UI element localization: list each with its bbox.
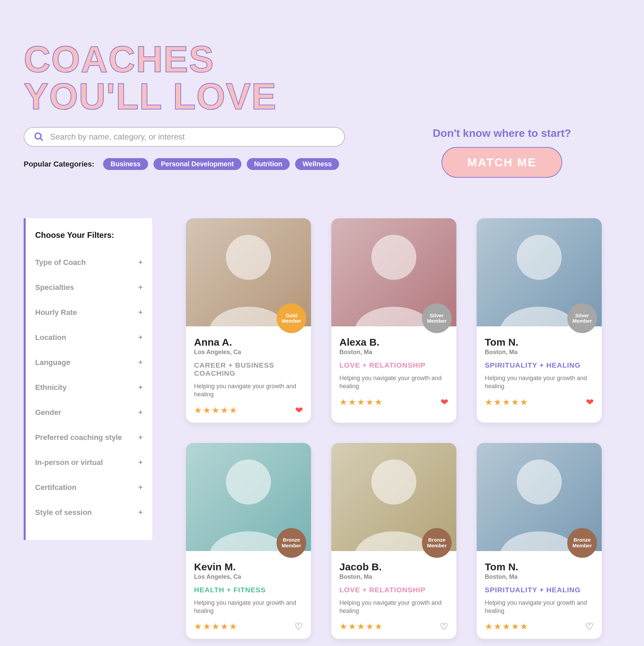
coach-category: CAREER + BUSINESS COACHING: [194, 361, 303, 377]
filters-list: Type of Coach+Specialties+Hourly Rate+Lo…: [35, 250, 143, 525]
filter-label: Location: [35, 333, 66, 342]
plus-icon: +: [138, 508, 143, 517]
page-title-line2: YOU'LL LOVE: [24, 75, 277, 117]
filter-label: In-person or virtual: [35, 458, 103, 467]
coach-category: HEALTH + FITNESS: [194, 586, 303, 594]
coach-photo: SilverMember: [331, 218, 456, 326]
member-badge-tier: Bronze: [428, 537, 446, 543]
chip-nutrition[interactable]: Nutrition: [247, 158, 290, 170]
search-column: Popular Categories: Business Personal De…: [24, 127, 345, 170]
cta-heading: Don't know where to start?: [433, 127, 571, 140]
member-badge-label: Member: [572, 318, 592, 324]
member-badge-label: Member: [282, 543, 301, 549]
coach-card-footer: ★★★★★❤: [485, 397, 594, 408]
filter-label: Language: [35, 358, 70, 367]
member-badge-label: Member: [572, 543, 592, 549]
coach-card[interactable]: SilverMemberTom N.Boston, MaSPIRITUALITY…: [477, 218, 602, 423]
coach-card-footer: ★★★★★♡: [339, 621, 448, 632]
filter-item[interactable]: Location+: [35, 325, 143, 350]
filter-item[interactable]: Type of Coach+: [35, 250, 143, 275]
favorite-heart-icon[interactable]: ❤: [440, 397, 448, 408]
main-row: Choose Your Filters: Type of Coach+Speci…: [24, 218, 620, 639]
plus-icon: +: [138, 283, 143, 292]
coach-category: LOVE + RELATIONSHIP: [339, 586, 448, 594]
cta-column: Don't know where to start? MATCH ME: [433, 127, 571, 178]
filter-item[interactable]: Gender+: [35, 400, 143, 425]
svg-point-9: [226, 459, 271, 504]
filter-item[interactable]: Specialties+: [35, 275, 143, 300]
filter-label: Specialties: [35, 283, 74, 292]
coach-location: Boston, Ma: [339, 349, 448, 356]
coach-location: Boston, Ma: [485, 349, 594, 356]
filter-item[interactable]: Certifcation+: [35, 475, 143, 500]
favorite-heart-icon[interactable]: ♡: [585, 621, 594, 632]
coach-name: Jacob B.: [339, 561, 448, 573]
coach-location: Boston, Ma: [485, 573, 594, 580]
member-badge-tier: Bronze: [574, 537, 591, 543]
favorite-heart-icon[interactable]: ♡: [294, 621, 303, 632]
coach-category: SPIRITUALITY + HEALING: [485, 361, 594, 369]
filter-label: Gender: [35, 408, 61, 417]
plus-icon: +: [138, 308, 143, 317]
coach-photo: BronzeMember: [331, 443, 456, 551]
favorite-heart-icon[interactable]: ❤: [295, 405, 303, 416]
filter-label: Type of Coach: [35, 258, 86, 267]
rating-stars: ★★★★★: [339, 621, 383, 632]
coach-card-body: Alexa B.Boston, MaLOVE + RELATIONSHIPHel…: [331, 326, 456, 423]
coach-tagline: Helping you navigate your growth and hea…: [194, 599, 303, 615]
coach-card[interactable]: BronzeMemberJacob B.Boston, MaLOVE + REL…: [331, 443, 456, 639]
member-badge: BronzeMember: [277, 528, 306, 558]
rating-stars: ★★★★★: [485, 621, 529, 632]
filter-item[interactable]: Style of session+: [35, 500, 143, 525]
favorite-heart-icon[interactable]: ❤: [586, 397, 594, 408]
favorite-heart-icon[interactable]: ♡: [440, 621, 448, 632]
member-badge: GoldMember: [277, 303, 306, 333]
match-me-button[interactable]: MATCH ME: [442, 147, 562, 178]
filter-item[interactable]: In-person or virtual+: [35, 450, 143, 475]
member-badge: SilverMember: [422, 303, 452, 333]
chip-wellness[interactable]: Wellness: [295, 158, 339, 170]
plus-icon: +: [138, 408, 143, 417]
coach-tagline: Helping you navigate your growth and hea…: [194, 382, 303, 399]
coach-photo: BronzeMember: [477, 443, 602, 551]
coach-category: LOVE + RELATIONSHIP: [339, 361, 448, 369]
member-badge-tier: Silver: [430, 313, 444, 319]
search-input[interactable]: [50, 132, 335, 142]
filter-item[interactable]: Preferred coaching style+: [35, 425, 143, 450]
filters-panel: Choose Your Filters: Type of Coach+Speci…: [24, 218, 152, 540]
coach-tagline: Helping you navigate your growth and hea…: [339, 599, 448, 615]
search-icon: [34, 132, 44, 142]
filter-label: Certifcation: [35, 483, 76, 492]
chip-personal-development[interactable]: Personal Development: [153, 158, 241, 170]
coach-photo: GoldMember: [186, 218, 311, 326]
filter-item[interactable]: Hourly Rate+: [35, 300, 143, 325]
coach-photo: BronzeMember: [186, 443, 311, 551]
filter-label: Preferred coaching style: [35, 433, 122, 442]
coach-card[interactable]: SilverMemberAlexa B.Boston, MaLOVE + REL…: [331, 218, 456, 423]
coach-card[interactable]: GoldMemberAnna A.Los Angeles, CaCAREER +…: [186, 218, 311, 423]
page-title-line1: COACHES: [24, 38, 214, 80]
coach-card-body: Tom N.Boston, MaSPIRITUALITY + HEALINGHe…: [477, 551, 602, 639]
filter-item[interactable]: Ethnicity+: [35, 375, 143, 400]
rating-stars: ★★★★★: [339, 397, 383, 407]
coach-card-body: Anna A.Los Angeles, CaCAREER + BUSINESS …: [186, 326, 311, 423]
coach-card-footer: ★★★★★❤: [339, 397, 448, 408]
svg-point-5: [371, 235, 416, 280]
svg-point-0: [35, 133, 41, 139]
filter-item[interactable]: Language+: [35, 350, 143, 375]
coach-name: Kevin M.: [194, 561, 303, 573]
member-badge: BronzeMember: [567, 528, 597, 558]
page-title: COACHES YOU'LL LOVE: [24, 41, 620, 115]
coach-card-footer: ★★★★★♡: [485, 621, 594, 632]
coach-card-body: Kevin M.Los Angeles, CaHEALTH + FITNESSH…: [186, 551, 311, 639]
coach-tagline: Helping you navigate your growth and hea…: [485, 599, 594, 615]
search-bar[interactable]: [24, 127, 345, 147]
coach-name: Anna A.: [194, 337, 303, 348]
coach-card[interactable]: BronzeMemberTom N.Boston, MaSPIRITUALITY…: [477, 443, 602, 639]
rating-stars: ★★★★★: [194, 405, 238, 416]
svg-point-7: [517, 235, 562, 280]
coach-location: Boston, Ma: [339, 573, 448, 580]
chip-business[interactable]: Business: [103, 158, 148, 170]
svg-point-11: [371, 459, 416, 504]
coach-card[interactable]: BronzeMemberKevin M.Los Angeles, CaHEALT…: [186, 443, 311, 639]
